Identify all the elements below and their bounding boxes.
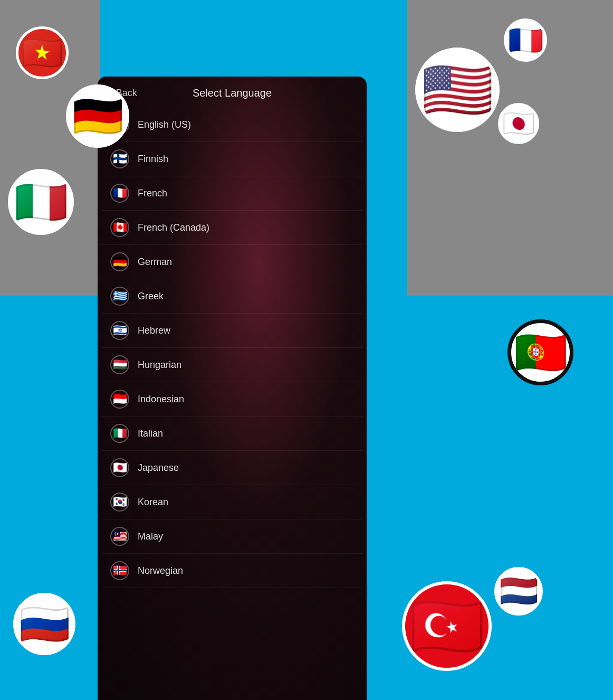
lang-name-de: German <box>138 257 172 268</box>
bg-flag-italy: 🇮🇹 <box>8 169 74 235</box>
modal-title: Select Language <box>193 87 272 99</box>
lang-flag-no: 🇳🇴 <box>110 561 129 580</box>
lang-name-hu: Hungarian <box>138 360 181 371</box>
lang-item-id[interactable]: 🇮🇩Indonesian <box>102 382 362 417</box>
language-list: 🇺🇸English (US)🇫🇮Finnish🇫🇷French🇨🇦French … <box>98 108 367 588</box>
lang-item-ms[interactable]: 🇲🇾Malay <box>102 519 362 554</box>
lang-flag-he: 🇮🇱 <box>110 321 129 340</box>
lang-item-fi[interactable]: 🇫🇮Finnish <box>102 142 362 176</box>
modal-header: ‹ Back Select Language <box>98 77 367 108</box>
lang-flag-fr: 🇫🇷 <box>110 184 129 203</box>
lang-flag-fr-ca: 🇨🇦 <box>110 218 129 237</box>
lang-flag-de: 🇩🇪 <box>110 252 129 271</box>
lang-name-en-us: English (US) <box>138 119 191 130</box>
lang-flag-ko: 🇰🇷 <box>110 493 129 512</box>
bg-flag-japan: 🇯🇵 <box>498 103 539 144</box>
bg-flag-turkey: 🇹🇷 <box>402 581 492 671</box>
language-select-modal: ‹ Back Select Language 🇺🇸English (US)🇫🇮F… <box>98 77 367 700</box>
lang-item-he[interactable]: 🇮🇱Hebrew <box>102 314 362 348</box>
bg-flag-netherlands: 🇳🇱 <box>494 567 543 616</box>
bg-flag-vietnam: 🇻🇳 <box>16 26 69 79</box>
lang-name-ja: Japanese <box>138 462 179 474</box>
lang-item-ko[interactable]: 🇰🇷Korean <box>102 485 362 519</box>
lang-flag-ms: 🇲🇾 <box>110 527 129 546</box>
bg-flag-usa: 🇺🇸 <box>415 48 500 132</box>
lang-flag-it: 🇮🇹 <box>110 424 129 443</box>
lang-item-el[interactable]: 🇬🇷Greek <box>102 279 362 314</box>
lang-item-fr-ca[interactable]: 🇨🇦French (Canada) <box>102 211 362 245</box>
lang-name-fr: French <box>138 188 167 199</box>
lang-flag-id: 🇮🇩 <box>110 390 129 409</box>
bg-flag-portugal: 🇵🇹 <box>507 319 573 385</box>
lang-item-ja[interactable]: 🇯🇵Japanese <box>102 451 362 485</box>
lang-flag-ja: 🇯🇵 <box>110 458 129 477</box>
bg-flag-germany: 🇩🇪 <box>66 84 129 148</box>
lang-item-hu[interactable]: 🇭🇺Hungarian <box>102 348 362 382</box>
lang-name-he: Hebrew <box>138 325 170 336</box>
lang-item-de[interactable]: 🇩🇪German <box>102 245 362 279</box>
lang-item-fr[interactable]: 🇫🇷French <box>102 176 362 211</box>
lang-name-ko: Korean <box>138 497 168 508</box>
lang-name-no: Norwegian <box>138 565 183 576</box>
lang-item-it[interactable]: 🇮🇹Italian <box>102 417 362 451</box>
lang-item-no[interactable]: 🇳🇴Norwegian <box>102 554 362 588</box>
bg-flag-russia: 🇷🇺 <box>13 593 75 655</box>
lang-name-fi: Finnish <box>138 154 168 165</box>
lang-flag-hu: 🇭🇺 <box>110 355 129 374</box>
lang-name-el: Greek <box>138 291 164 302</box>
lang-name-id: Indonesian <box>138 394 184 405</box>
lang-item-en-us[interactable]: 🇺🇸English (US) <box>102 108 362 142</box>
lang-flag-fi: 🇫🇮 <box>110 149 129 168</box>
lang-name-ms: Malay <box>138 531 163 542</box>
bg-flag-france: 🇫🇷 <box>504 18 547 62</box>
lang-name-it: Italian <box>138 428 163 439</box>
lang-flag-el: 🇬🇷 <box>110 287 129 306</box>
lang-name-fr-ca: French (Canada) <box>138 222 209 233</box>
